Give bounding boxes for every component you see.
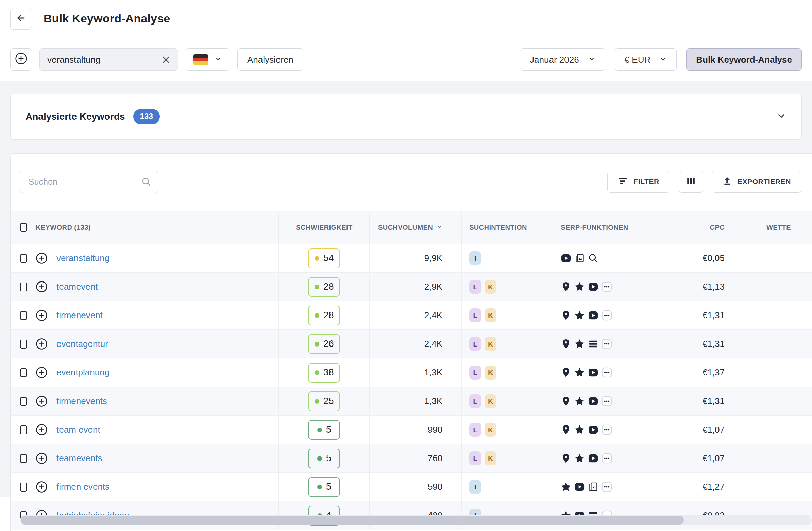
intent-cell: LK xyxy=(461,444,554,473)
row-checkbox[interactable] xyxy=(20,282,27,291)
serp-more-icon xyxy=(601,339,612,349)
currency-dropdown-label: € EUR xyxy=(625,54,651,65)
keyword-cell: eventplanung xyxy=(11,359,278,387)
page-body: Analysierte Keywords 133 FILTER xyxy=(0,81,812,497)
serp-star-icon xyxy=(574,310,585,321)
panel-collapse-chevron-icon[interactable] xyxy=(776,111,786,123)
period-dropdown[interactable]: Januar 2026 xyxy=(520,48,605,71)
table-row: veranstaltung549,9KI€0,05 xyxy=(11,244,812,273)
intent-badge-K: K xyxy=(484,394,496,408)
row-checkbox[interactable] xyxy=(20,454,27,463)
columns-icon xyxy=(686,177,695,187)
select-all-checkbox[interactable] xyxy=(20,223,27,232)
keyword-count-badge: 133 xyxy=(133,109,160,124)
search-input[interactable] xyxy=(20,170,158,193)
header-difficulty[interactable]: SCHWIERIGKEIT xyxy=(278,211,369,244)
keyword-link[interactable]: firmen events xyxy=(56,481,110,492)
bulk-button-label: Bulk Keyword-Analyse xyxy=(696,54,792,65)
difficulty-badge: 54 xyxy=(308,249,340,268)
filter-button[interactable]: FILTER xyxy=(607,171,670,193)
export-button[interactable]: EXPORTIEREN xyxy=(712,171,801,193)
competition-cell xyxy=(743,244,812,272)
country-selector[interactable] xyxy=(186,48,230,71)
intent-cell: LK xyxy=(461,301,554,330)
serp-pin-icon xyxy=(561,310,571,321)
keyword-link[interactable]: team event xyxy=(56,424,100,435)
cpc-cell: €1,27 xyxy=(652,473,743,501)
horizontal-scrollbar[interactable] xyxy=(20,515,812,525)
serp-features-cell xyxy=(554,273,652,301)
row-checkbox[interactable] xyxy=(20,254,27,263)
difficulty-cell: 5 xyxy=(278,444,369,473)
header-competition[interactable]: WETTE xyxy=(743,211,812,244)
keyword-link[interactable]: firmenevents xyxy=(56,396,107,406)
add-keyword-icon[interactable] xyxy=(36,452,48,464)
add-keyword-icon[interactable] xyxy=(36,367,48,378)
header-keyword-label[interactable]: KEYWORD (133) xyxy=(36,224,91,232)
add-keyword-icon[interactable] xyxy=(36,424,48,436)
header-keyword: KEYWORD (133) xyxy=(11,211,278,244)
intent-badge-L: L xyxy=(469,423,481,437)
chevron-down-icon xyxy=(659,54,667,65)
cpc-cell: €1,31 xyxy=(652,301,743,330)
serp-features-cell xyxy=(554,244,652,272)
difficulty-badge: 25 xyxy=(308,391,340,411)
add-keyword-icon[interactable] xyxy=(36,309,48,321)
keyword-link[interactable]: firmenevent xyxy=(56,310,103,321)
header-volume[interactable]: SUCHVOLUMEN xyxy=(369,211,461,244)
row-checkbox[interactable] xyxy=(20,340,27,349)
keyword-link[interactable]: teamevents xyxy=(56,453,102,464)
back-button[interactable] xyxy=(10,8,32,30)
row-checkbox[interactable] xyxy=(20,368,27,377)
serp-star-icon xyxy=(574,367,585,378)
competition-cell xyxy=(743,473,812,501)
keyword-link[interactable]: teamevent xyxy=(56,281,98,292)
bulk-keyword-analyse-button[interactable]: Bulk Keyword-Analyse xyxy=(686,48,802,71)
serp-more-icon xyxy=(601,281,612,292)
table-row: firmenevents251,3KLK€1,31 xyxy=(11,387,812,416)
add-keyword-icon[interactable] xyxy=(36,338,48,350)
serp-features-cell xyxy=(554,330,652,358)
add-keyword-icon[interactable] xyxy=(36,252,48,264)
table-row: firmen events5590I€1,27 xyxy=(11,473,812,501)
serp-video-icon xyxy=(561,253,571,264)
keyword-link[interactable]: eventplanung xyxy=(56,367,110,378)
keyword-cell: teamevent xyxy=(11,273,278,301)
serp-video-icon xyxy=(588,281,598,292)
keyword-link[interactable]: eventagentur xyxy=(56,339,108,349)
table-row: eventagentur262,4KLK€1,31 xyxy=(11,330,812,359)
row-checkbox[interactable] xyxy=(20,397,27,406)
header-intent[interactable]: SUCHINTENTION xyxy=(461,211,554,244)
clear-input-icon[interactable] xyxy=(160,54,171,66)
row-checkbox[interactable] xyxy=(20,311,27,320)
serp-more-icon xyxy=(601,481,612,492)
add-keyword-icon[interactable] xyxy=(36,481,48,493)
columns-button[interactable] xyxy=(679,171,703,193)
cpc-cell: €1,37 xyxy=(652,359,743,387)
add-keyword-button[interactable] xyxy=(10,48,32,71)
add-keyword-icon[interactable] xyxy=(36,281,48,293)
keyword-link[interactable]: veranstaltung xyxy=(56,253,110,264)
scrollbar-thumb[interactable] xyxy=(21,516,684,525)
serp-video-icon xyxy=(574,481,585,492)
add-keyword-icon[interactable] xyxy=(36,395,48,407)
analyze-button[interactable]: Analysieren xyxy=(237,48,303,71)
table-toolbar: FILTER EXPORTIEREN xyxy=(11,154,812,193)
cpc-value: €1,13 xyxy=(702,281,725,292)
header-serp-features[interactable]: SERP-FUNKTIONEN xyxy=(554,211,652,244)
serp-star-icon xyxy=(574,453,585,464)
serp-features-cell xyxy=(554,387,652,415)
volume-cell: 2,9K xyxy=(369,273,461,301)
serp-pin-icon xyxy=(561,396,571,406)
serp-star-icon xyxy=(574,339,585,349)
panel-title: Analysierte Keywords xyxy=(26,111,125,122)
currency-dropdown[interactable]: € EUR xyxy=(615,48,677,71)
keyword-input[interactable] xyxy=(40,48,178,71)
header-cpc[interactable]: CPC xyxy=(652,211,743,244)
row-checkbox[interactable] xyxy=(20,483,27,491)
serp-video-icon xyxy=(588,453,598,464)
row-checkbox[interactable] xyxy=(20,425,27,434)
cpc-value: €1,27 xyxy=(702,481,725,492)
serp-more-icon xyxy=(601,310,612,321)
intent-badge-L: L xyxy=(469,308,481,322)
